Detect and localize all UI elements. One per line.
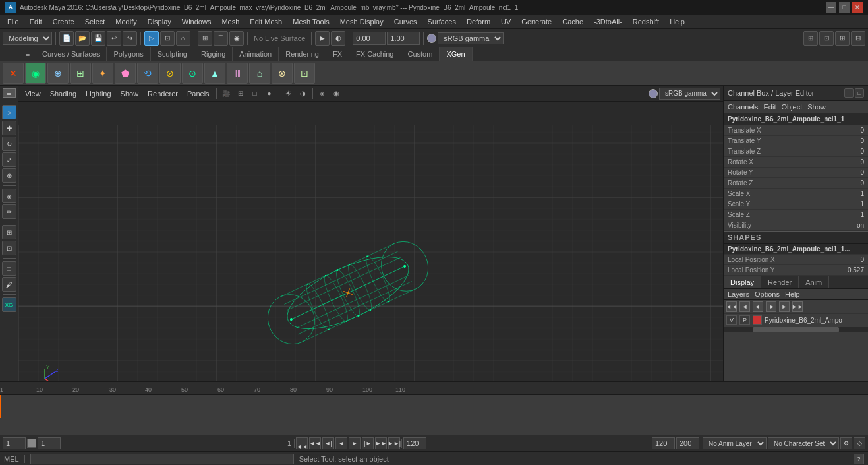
shelf-icon-1[interactable]: ◉ (25, 63, 46, 84)
coord-x-input[interactable] (353, 32, 386, 45)
timeline-track[interactable] (0, 395, 868, 418)
close-button[interactable]: ✕ (852, 2, 863, 13)
menu-uv[interactable]: UV (496, 16, 515, 27)
channel-scale-y[interactable]: Scale Y 1 (724, 199, 868, 210)
le-menu-options[interactable]: Options (755, 290, 780, 298)
layer-scrollbar[interactable] (724, 327, 868, 332)
menu-curves[interactable]: Curves (390, 16, 422, 27)
menu-mesh[interactable]: Mesh (217, 16, 244, 27)
vp-lights-btn[interactable]: ☀ (282, 88, 295, 100)
channel-translate-x[interactable]: Translate X 0 (724, 125, 868, 136)
viewport-3d[interactable]: persp Z X Y (18, 102, 723, 412)
undo-btn[interactable]: ↩ (107, 31, 121, 46)
shelf-icon-6[interactable]: ⟲ (137, 63, 158, 84)
layout-btn2[interactable]: ⊡ (819, 31, 834, 46)
vp-menu-lighting[interactable]: Lighting (82, 88, 115, 99)
layer-visibility-btn[interactable]: V (726, 315, 737, 325)
shelf-icon-5[interactable]: ⬟ (115, 63, 136, 84)
current-frame-field[interactable] (3, 437, 26, 449)
vp-smooth-btn[interactable]: ● (263, 88, 276, 100)
vp-cam-btn[interactable]: 🎥 (219, 88, 233, 100)
anim-layer-select[interactable]: No Anim Layer (703, 437, 767, 449)
transport-last-btn[interactable]: ►►| (388, 437, 400, 449)
tab-anim[interactable]: Anim (799, 276, 829, 288)
layer-color-swatch[interactable] (753, 315, 762, 325)
channel-local-pos-x[interactable]: Local Position X 0 (724, 255, 868, 265)
soft-sel-btn[interactable]: ◈ (2, 189, 16, 203)
menu-modify[interactable]: Modify (111, 16, 141, 27)
le-ctrl-prev[interactable]: ◄ (739, 301, 750, 312)
menu-select[interactable]: Select (80, 16, 110, 27)
start-frame-field[interactable] (38, 437, 61, 449)
vp-shadow-btn[interactable]: ◑ (297, 88, 310, 100)
vp-menu-show[interactable]: Show (117, 88, 143, 99)
universal-tool-btn[interactable]: ⊕ (2, 168, 16, 183)
shelf-icon-8[interactable]: ⊙ (182, 63, 203, 84)
layout-btn3[interactable]: ⊞ (835, 31, 850, 46)
cb-menu-object[interactable]: Object (781, 103, 802, 111)
channel-rotate-x[interactable]: Rotate X 0 (724, 157, 868, 168)
transport-play-btn[interactable]: ► (349, 437, 361, 449)
tab-render[interactable]: Render (761, 276, 799, 288)
coord-y-input[interactable] (387, 32, 420, 45)
shelf-icon-11[interactable]: ⌂ (249, 63, 270, 84)
render-region-btn[interactable]: □ (2, 261, 16, 276)
channel-scale-x[interactable]: Scale X 1 (724, 189, 868, 199)
select-tool-btn[interactable]: ▷ (2, 105, 16, 119)
le-ctrl-step-back[interactable]: ◄| (753, 301, 763, 312)
menu-redshift[interactable]: Redshift (628, 16, 664, 27)
rotate-tool-btn[interactable]: ↻ (2, 137, 16, 151)
mode-select[interactable]: Modeling (3, 32, 52, 45)
transport-key-btn[interactable]: ◇ (854, 437, 865, 449)
shelf-icon-9[interactable]: ▲ (204, 63, 225, 84)
vp-menu-renderer[interactable]: Renderer (144, 88, 182, 99)
shelf-icon-13[interactable]: ⊡ (294, 63, 315, 84)
shelf-tab-polygons[interactable]: Polygons (107, 47, 150, 61)
snap-grid-btn[interactable]: ⊞ (198, 31, 212, 46)
tab-display[interactable]: Display (724, 276, 761, 288)
shelf-icon-10[interactable]: ‖‖ (227, 63, 248, 84)
channel-visibility[interactable]: Visibility on (724, 220, 868, 231)
shelf-tab-fxcaching[interactable]: FX Caching (349, 47, 401, 61)
end-frame-field[interactable] (403, 437, 426, 449)
vp-menu-panels[interactable]: Panels (183, 88, 214, 99)
shelf-icon-7[interactable]: ⊘ (159, 63, 181, 84)
xgen-icon-btn[interactable]: XG (2, 297, 16, 312)
transport-step-back-btn[interactable]: ◄| (322, 437, 334, 449)
save-btn[interactable]: 💾 (91, 31, 105, 46)
menu-mesh-tools[interactable]: Mesh Tools (288, 16, 333, 27)
snap-point-btn[interactable]: ◉ (229, 31, 244, 46)
menu-3dtoall[interactable]: -3DtoAll- (589, 16, 627, 27)
shelf-tab-xgen[interactable]: XGen (440, 47, 472, 61)
snap-curve-btn[interactable]: ⌒ (214, 31, 228, 46)
menu-deform[interactable]: Deform (462, 16, 495, 27)
playback-max-field[interactable] (676, 437, 699, 449)
le-ctrl-prev-prev[interactable]: ◄◄ (726, 301, 737, 312)
cb-menu-edit[interactable]: Edit (763, 103, 776, 111)
left-toolbar-toggle[interactable]: ≡ (3, 88, 16, 98)
channel-rotate-z[interactable]: Rotate Z 0 (724, 178, 868, 189)
channel-translate-y[interactable]: Translate Y 0 (724, 136, 868, 146)
layer-playback-btn[interactable]: P (739, 315, 750, 325)
vp-aa-btn[interactable]: ◈ (316, 88, 329, 100)
menu-edit-mesh[interactable]: Edit Mesh (245, 16, 287, 27)
vp-frame-btn[interactable]: ⊞ (234, 88, 247, 100)
vp-xray-btn[interactable]: ◉ (330, 88, 343, 100)
cb-menu-show[interactable]: Show (807, 103, 826, 111)
shelf-tab-rigging[interactable]: Rigging (194, 47, 233, 61)
lasso-btn[interactable]: ⌂ (176, 31, 190, 46)
menu-generate[interactable]: Generate (517, 16, 556, 27)
transport-first-btn[interactable]: |◄◄ (296, 437, 308, 449)
transport-play-back-btn[interactable]: ◄ (335, 437, 347, 449)
mel-input[interactable] (30, 454, 294, 464)
le-menu-help[interactable]: Help (785, 290, 800, 298)
paint-effects-btn[interactable]: 🖌 (2, 277, 16, 292)
channel-scale-z[interactable]: Scale Z 1 (724, 210, 868, 220)
shelf-icon-2[interactable]: ⊕ (47, 63, 69, 84)
transport-step-fwd-btn[interactable]: |► (362, 437, 374, 449)
menu-cache[interactable]: Cache (558, 16, 588, 27)
playback-end-field[interactable] (652, 437, 675, 449)
vp-menu-view[interactable]: View (21, 88, 45, 99)
shelf-menu-btn[interactable]: ≡ (20, 50, 36, 58)
menu-windows[interactable]: Windows (177, 16, 216, 27)
